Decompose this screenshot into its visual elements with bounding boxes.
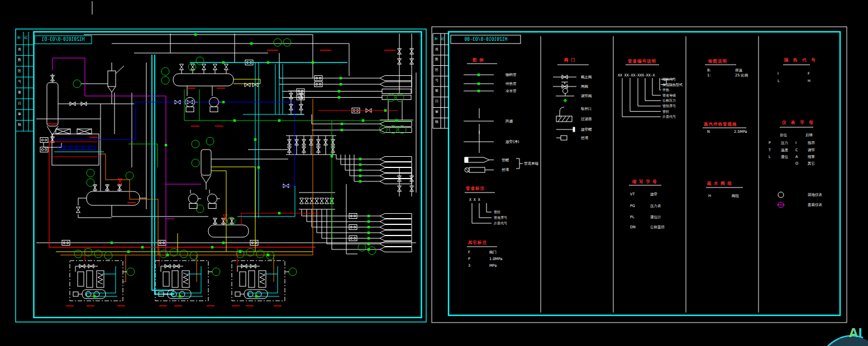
letter-value: 指示 <box>808 141 815 145</box>
rev-row: 日 <box>435 99 438 103</box>
rev-row: 号 <box>435 79 438 82</box>
legend-label: 丝堵 <box>502 168 509 172</box>
rev-row: 审 <box>18 112 21 116</box>
legend-section-title: 阀 门 <box>564 58 576 63</box>
note-value: 2.5MPa <box>734 130 747 134</box>
letter-value: 液位 <box>781 155 788 159</box>
bubble-label: 就地仪表 <box>808 193 822 197</box>
code-label: 公称压力 <box>662 99 676 102</box>
pump <box>209 98 222 112</box>
letter-key: P <box>769 141 771 145</box>
rev-row: 核 <box>18 123 21 126</box>
legend-section-title: 绘图说明 <box>708 59 727 64</box>
flow-arrows <box>111 33 398 256</box>
legend-label: 放空帽 <box>581 128 592 132</box>
bubble-label: 盘装仪表 <box>808 203 822 207</box>
pump <box>208 194 221 209</box>
note-key: P <box>468 257 470 261</box>
legend-label: 闸阀 <box>581 85 588 89</box>
code-label: 保温隔热型式 <box>662 83 683 86</box>
legend-section-title: 管道编号说明 <box>628 59 656 64</box>
rev-row: 签 <box>18 90 21 94</box>
note-value: 1.0MPa <box>489 257 503 261</box>
legend-label: 取样口 <box>581 107 592 111</box>
rev-row: 改 <box>18 47 21 51</box>
abbr-value: 放空 <box>650 193 657 196</box>
legend-label: 丝堵 <box>581 136 588 140</box>
note-key: H <box>708 194 711 198</box>
letter-value: 压力 <box>781 141 788 145</box>
abbr-key: DN <box>630 225 636 229</box>
column <box>201 150 211 175</box>
code-label: 管道等级 <box>662 94 676 97</box>
legend-label: 介质代号 <box>494 222 507 225</box>
note-value: 25 比例 <box>735 74 748 78</box>
code-label: 管段序号 <box>662 104 676 108</box>
note-value: MPa <box>489 264 497 268</box>
letter-value: 温度 <box>781 148 788 152</box>
rev-row: 号 <box>18 80 21 83</box>
legend-section-title: 其它标注 <box>468 241 487 245</box>
rev-row: 数 <box>435 57 438 61</box>
right-sheet-frame <box>432 27 847 323</box>
note-value: F <box>808 72 810 76</box>
right-rev-header: 标记 <box>435 37 448 40</box>
legend-section-title: 仪 表 字 母 <box>782 121 815 125</box>
pid-drawing <box>36 33 416 306</box>
abbr-value: 压力表 <box>650 204 661 208</box>
legend-label: 物料管 <box>505 73 517 77</box>
legend-label: 管道末端 <box>524 162 538 166</box>
note-key: 1: <box>707 74 710 78</box>
left-sheet-title: H1201010-0/03-D1 <box>36 37 90 42</box>
rev-row: 区 <box>18 69 21 73</box>
note-key: N <box>707 130 710 134</box>
legend-label: 过滤器 <box>581 117 592 121</box>
letter-key: O <box>795 162 798 166</box>
ai-watermark: AI <box>849 326 862 340</box>
cad-canvas[interactable]: H1201010-0/03-D1 标记 改 数 区 号 签 日 审 核 H120… <box>0 0 868 346</box>
letter-key: A <box>795 155 798 159</box>
letter-value: 调节 <box>808 148 815 152</box>
note-key: I <box>778 72 779 76</box>
legend-section-title: 管道标注 <box>466 186 485 191</box>
legend-label: 跨越 <box>505 119 513 123</box>
instrument-bubbles <box>73 39 406 254</box>
code-label: 伴热 <box>662 88 669 92</box>
skid-unit-2 <box>155 248 220 301</box>
code-label: 介质代号 <box>662 115 676 118</box>
rev-row: 签 <box>435 89 438 92</box>
abbr-key: PG <box>630 204 635 208</box>
table-header: 首位 <box>780 133 787 137</box>
rev-row: 审 <box>435 110 438 113</box>
abbr-key: PL <box>630 215 635 219</box>
legend-label: 伴热管 <box>505 82 517 86</box>
rev-row: 改 <box>435 47 438 51</box>
letter-key: T <box>769 148 771 152</box>
abbr-key: VT <box>630 193 635 196</box>
legend-section-title: 蒸汽伴热管规格 <box>704 122 737 127</box>
tag-code: X X X <box>469 198 480 202</box>
letter-key: L <box>769 155 771 159</box>
vessel-v2 <box>108 71 116 86</box>
letter-value: 其它 <box>808 162 815 166</box>
pipe-lines-colored <box>47 50 412 306</box>
note-key: 3 <box>468 264 470 268</box>
letter-key: C <box>795 148 798 152</box>
offpage-connectors <box>380 76 412 252</box>
rev-row: 区 <box>435 68 438 71</box>
abbr-value: 公称直径 <box>650 225 665 229</box>
legend-label: 管道序号 <box>494 216 507 219</box>
skid-unit-1 <box>70 248 135 301</box>
legend-label: 截止阀 <box>581 75 592 79</box>
rev-row: 核 <box>435 120 438 123</box>
vessel-v1 <box>47 83 58 126</box>
legend-label: 管径 <box>494 210 500 214</box>
drum-2 <box>173 74 233 86</box>
code-label: 端点代号 <box>662 78 676 81</box>
legend-section-title: 图 例 <box>473 58 484 63</box>
valves <box>51 49 414 224</box>
rev-row: 数 <box>18 58 21 61</box>
skid-unit-3 <box>232 248 297 301</box>
letter-value: 报警 <box>808 155 815 159</box>
legend-label: 管帽 <box>502 158 509 162</box>
